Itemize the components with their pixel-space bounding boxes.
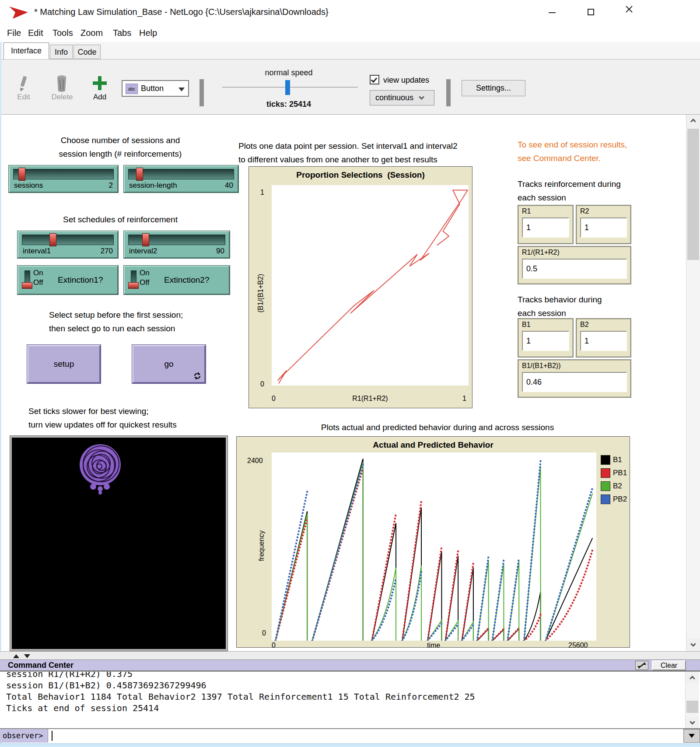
scroll-down-icon[interactable] (686, 717, 699, 728)
slider-value: 40 (225, 181, 233, 190)
plot1-xtick-max: 1 (462, 395, 466, 403)
menu-tabs[interactable]: Tabs (113, 28, 131, 38)
tab-info[interactable]: Info (50, 45, 73, 59)
maximize-button[interactable] (581, 5, 601, 19)
speed-slider-handle[interactable] (285, 80, 290, 95)
legend-item-pb2: PB2 (601, 494, 630, 505)
main-scrollbar[interactable] (686, 115, 700, 651)
plot1-xtick-min: 0 (272, 395, 276, 403)
monitor-label: R1 (522, 207, 531, 215)
output-line: session B1/(B1+B2) 0.45873692367299496 (6, 680, 680, 691)
edit-pencil-icon[interactable] (18, 75, 29, 93)
switch-on-label: On (140, 269, 150, 277)
command-center-expand-button[interactable] (635, 661, 648, 670)
output-line: Total Behavior1 1184 Total Behavior2 139… (6, 691, 680, 702)
splitter-up-icon[interactable] (13, 654, 19, 658)
update-mode-value: continuous (375, 93, 413, 102)
scroll-up-icon[interactable] (686, 115, 700, 128)
toolbar: Edit Delete Add abc Button normal speed … (0, 59, 700, 115)
legend-swatch-pb2 (601, 494, 610, 504)
menu-tools[interactable]: Tools (52, 28, 73, 38)
expand-diagonal-icon (636, 661, 648, 670)
widget-type-dropdown[interactable]: abc Button (122, 80, 189, 97)
edit-tool-label[interactable]: Edit (10, 93, 38, 102)
plot2-ytick-max: 2400 (247, 457, 263, 465)
monitor-label: R2 (580, 207, 589, 215)
switch-extinction2[interactable]: On Off Extinction2? (124, 266, 230, 295)
output-line: session R1/(R1+R2) 0.375 (6, 671, 680, 680)
slider-interval2[interactable]: interval290 (124, 231, 230, 258)
slider-name: sessions (14, 181, 43, 190)
check-icon (371, 76, 377, 83)
switch-label: Extinction1? (58, 267, 103, 294)
go-button[interactable]: go (132, 345, 206, 383)
switch-label: Extinction2? (164, 267, 210, 294)
clear-button[interactable]: Clear (652, 660, 686, 670)
command-center-title: Command Center (8, 661, 74, 670)
plot2-xtick-min: 0 (272, 642, 276, 649)
slider-session-length[interactable]: session-length40 (124, 165, 238, 193)
go-button-label: go (164, 359, 173, 369)
slider-sessions[interactable]: sessions2 (9, 165, 118, 193)
note-command-center: To see end of session results, see Comma… (518, 138, 644, 165)
tab-row: Interface Info Code (0, 42, 700, 59)
monitor-value: 0.46 (522, 372, 627, 392)
monitor-value: 1 (522, 217, 569, 238)
switch-on-label: On (33, 269, 43, 277)
switch-handle[interactable] (128, 282, 139, 289)
delete-tool-label[interactable]: Delete (45, 93, 80, 102)
window-bottom-border (0, 743, 700, 747)
legend-label-b1: B1 (613, 456, 622, 464)
note-setup-go: Select setup before the first session; t… (49, 308, 224, 335)
view-updates-label: view updates (383, 76, 429, 85)
history-dropdown-button[interactable] (683, 729, 700, 743)
setup-button[interactable]: setup (27, 345, 101, 383)
view-updates-checkbox[interactable] (370, 75, 379, 84)
output-scrollbar[interactable] (685, 672, 699, 728)
legend-item-pb1: PB1 (601, 467, 630, 479)
settings-button[interactable]: Settings... (462, 80, 525, 96)
ticks-counter: ticks: 25414 (245, 100, 332, 109)
command-input[interactable] (49, 729, 682, 743)
plot2-canvas (272, 452, 596, 641)
command-center-splitter[interactable] (0, 651, 700, 660)
slider-name: interval1 (23, 247, 51, 256)
splitter-down-icon[interactable] (24, 654, 30, 658)
add-tool-label[interactable]: Add (87, 93, 113, 102)
speed-slider-label: normal speed (245, 68, 332, 77)
menu-edit[interactable]: Edit (28, 28, 43, 38)
add-plus-icon[interactable] (93, 76, 107, 90)
minimize-button[interactable] (542, 5, 563, 19)
speed-slider-track[interactable] (222, 87, 358, 88)
observer-prompt-row: observer> (0, 728, 700, 743)
switch-handle[interactable] (22, 282, 32, 289)
slider-value: 90 (216, 247, 224, 256)
legend-label-b2: B2 (613, 482, 622, 491)
main-scrollbar-thumb[interactable] (687, 129, 699, 260)
menu-file[interactable]: File (7, 28, 21, 38)
monitor-b1: B1 1 (518, 318, 574, 358)
close-button[interactable] (620, 5, 640, 19)
switch-extinction1[interactable]: On Off Extinction1? (18, 266, 118, 295)
tab-interface[interactable]: Interface (4, 42, 49, 59)
world-view (10, 436, 228, 651)
slider-interval1[interactable]: interval1270 (18, 231, 118, 258)
command-center-output: session R1/(R1+R2) 0.375 session B1/(B1+… (0, 671, 700, 728)
scroll-up-icon[interactable] (686, 672, 699, 683)
legend-swatch-pb1 (601, 468, 610, 478)
monitor-value: 1 (580, 217, 627, 238)
slider-value: 270 (101, 247, 113, 256)
legend-item-b2: B2 (601, 480, 630, 492)
update-mode-dropdown[interactable]: continuous (370, 90, 434, 105)
menu-zoom[interactable]: Zoom (80, 28, 103, 38)
turtle-cluster (12, 438, 226, 649)
tab-code[interactable]: Code (74, 45, 101, 59)
legend-item-b1: B1 (601, 454, 630, 466)
delete-trash-icon[interactable] (55, 74, 68, 93)
command-output-text: session R1/(R1+R2) 0.375 session B1/(B1+… (6, 671, 680, 714)
note-plot1: Plots one data point per session. Set in… (238, 139, 510, 166)
chevron-down-icon (419, 94, 424, 100)
scroll-down-icon[interactable] (686, 638, 700, 651)
output-scrollbar-thumb[interactable] (686, 701, 698, 713)
menu-help[interactable]: Help (139, 28, 157, 38)
